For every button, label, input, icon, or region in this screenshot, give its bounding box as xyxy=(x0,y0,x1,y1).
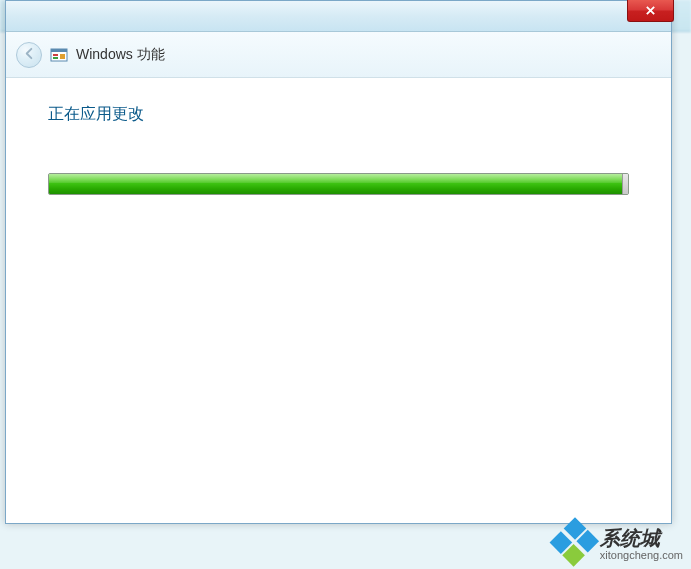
watermark-text: 系统城 xitongcheng.com xyxy=(600,527,683,561)
watermark-title: 系统城 xyxy=(600,527,683,549)
watermark-logo-icon xyxy=(548,517,602,569)
titlebar xyxy=(6,1,671,32)
close-button[interactable] xyxy=(627,0,674,22)
dialog-window: Windows 功能 正在应用更改 xyxy=(5,0,672,524)
watermark: 系统城 xitongcheng.com xyxy=(556,525,683,563)
arrow-left-icon xyxy=(23,46,36,64)
back-button xyxy=(16,42,42,68)
svg-rect-1 xyxy=(51,49,67,52)
progress-fill xyxy=(49,174,622,194)
progress-end-cap xyxy=(622,174,628,194)
windows-feature-icon xyxy=(50,46,68,64)
status-message: 正在应用更改 xyxy=(48,104,629,125)
watermark-url: xitongcheng.com xyxy=(600,549,683,561)
svg-rect-2 xyxy=(53,54,58,56)
svg-rect-4 xyxy=(60,54,65,59)
svg-rect-3 xyxy=(53,57,58,59)
close-icon xyxy=(645,2,656,20)
progress-bar xyxy=(48,173,629,195)
content-area: 正在应用更改 xyxy=(6,78,671,221)
window-title: Windows 功能 xyxy=(76,46,165,64)
header-bar: Windows 功能 xyxy=(6,32,671,78)
